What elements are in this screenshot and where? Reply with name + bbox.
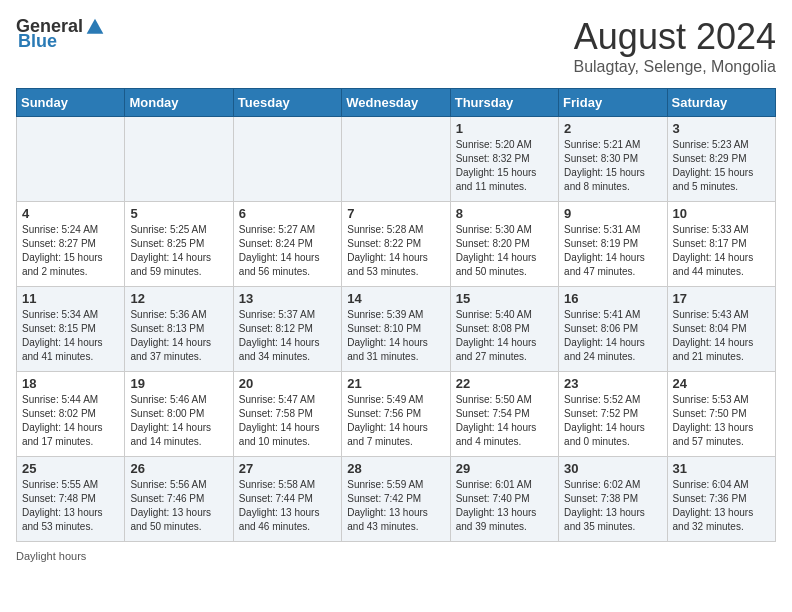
day-number: 30 (564, 461, 661, 476)
day-info: Sunrise: 5:34 AM Sunset: 8:15 PM Dayligh… (22, 308, 119, 364)
calendar-cell (125, 117, 233, 202)
day-number: 26 (130, 461, 227, 476)
day-number: 1 (456, 121, 553, 136)
calendar-cell: 9Sunrise: 5:31 AM Sunset: 8:19 PM Daylig… (559, 202, 667, 287)
day-number: 11 (22, 291, 119, 306)
day-number: 9 (564, 206, 661, 221)
calendar-cell: 5Sunrise: 5:25 AM Sunset: 8:25 PM Daylig… (125, 202, 233, 287)
calendar-cell: 31Sunrise: 6:04 AM Sunset: 7:36 PM Dayli… (667, 457, 775, 542)
calendar-week: 25Sunrise: 5:55 AM Sunset: 7:48 PM Dayli… (17, 457, 776, 542)
calendar-cell: 18Sunrise: 5:44 AM Sunset: 8:02 PM Dayli… (17, 372, 125, 457)
calendar-cell: 3Sunrise: 5:23 AM Sunset: 8:29 PM Daylig… (667, 117, 775, 202)
day-info: Sunrise: 5:50 AM Sunset: 7:54 PM Dayligh… (456, 393, 553, 449)
day-info: Sunrise: 5:47 AM Sunset: 7:58 PM Dayligh… (239, 393, 336, 449)
day-info: Sunrise: 5:30 AM Sunset: 8:20 PM Dayligh… (456, 223, 553, 279)
day-info: Sunrise: 6:01 AM Sunset: 7:40 PM Dayligh… (456, 478, 553, 534)
calendar-cell: 11Sunrise: 5:34 AM Sunset: 8:15 PM Dayli… (17, 287, 125, 372)
day-info: Sunrise: 5:52 AM Sunset: 7:52 PM Dayligh… (564, 393, 661, 449)
svg-marker-0 (87, 18, 104, 33)
calendar-cell: 19Sunrise: 5:46 AM Sunset: 8:00 PM Dayli… (125, 372, 233, 457)
calendar-table: SundayMondayTuesdayWednesdayThursdayFrid… (16, 88, 776, 542)
calendar-cell: 4Sunrise: 5:24 AM Sunset: 8:27 PM Daylig… (17, 202, 125, 287)
calendar-cell: 10Sunrise: 5:33 AM Sunset: 8:17 PM Dayli… (667, 202, 775, 287)
day-number: 8 (456, 206, 553, 221)
day-number: 28 (347, 461, 444, 476)
calendar-header: SundayMondayTuesdayWednesdayThursdayFrid… (17, 89, 776, 117)
calendar-body: 1Sunrise: 5:20 AM Sunset: 8:32 PM Daylig… (17, 117, 776, 542)
header-day: Wednesday (342, 89, 450, 117)
calendar-cell: 13Sunrise: 5:37 AM Sunset: 8:12 PM Dayli… (233, 287, 341, 372)
day-number: 12 (130, 291, 227, 306)
calendar-cell (342, 117, 450, 202)
day-info: Sunrise: 5:36 AM Sunset: 8:13 PM Dayligh… (130, 308, 227, 364)
calendar-cell: 8Sunrise: 5:30 AM Sunset: 8:20 PM Daylig… (450, 202, 558, 287)
day-info: Sunrise: 5:46 AM Sunset: 8:00 PM Dayligh… (130, 393, 227, 449)
logo-icon (85, 17, 105, 37)
calendar-cell: 16Sunrise: 5:41 AM Sunset: 8:06 PM Dayli… (559, 287, 667, 372)
day-info: Sunrise: 5:24 AM Sunset: 8:27 PM Dayligh… (22, 223, 119, 279)
month-year: August 2024 (573, 16, 776, 58)
day-number: 2 (564, 121, 661, 136)
calendar-week: 1Sunrise: 5:20 AM Sunset: 8:32 PM Daylig… (17, 117, 776, 202)
header-row: SundayMondayTuesdayWednesdayThursdayFrid… (17, 89, 776, 117)
calendar-cell: 1Sunrise: 5:20 AM Sunset: 8:32 PM Daylig… (450, 117, 558, 202)
day-number: 6 (239, 206, 336, 221)
day-info: Sunrise: 5:43 AM Sunset: 8:04 PM Dayligh… (673, 308, 770, 364)
header-day: Saturday (667, 89, 775, 117)
day-info: Sunrise: 5:37 AM Sunset: 8:12 PM Dayligh… (239, 308, 336, 364)
day-number: 15 (456, 291, 553, 306)
calendar-cell: 2Sunrise: 5:21 AM Sunset: 8:30 PM Daylig… (559, 117, 667, 202)
day-number: 16 (564, 291, 661, 306)
calendar-week: 4Sunrise: 5:24 AM Sunset: 8:27 PM Daylig… (17, 202, 776, 287)
day-info: Sunrise: 5:28 AM Sunset: 8:22 PM Dayligh… (347, 223, 444, 279)
calendar-cell: 30Sunrise: 6:02 AM Sunset: 7:38 PM Dayli… (559, 457, 667, 542)
header-day: Monday (125, 89, 233, 117)
header-day: Thursday (450, 89, 558, 117)
calendar-cell: 24Sunrise: 5:53 AM Sunset: 7:50 PM Dayli… (667, 372, 775, 457)
calendar-cell: 6Sunrise: 5:27 AM Sunset: 8:24 PM Daylig… (233, 202, 341, 287)
day-number: 10 (673, 206, 770, 221)
calendar-cell: 12Sunrise: 5:36 AM Sunset: 8:13 PM Dayli… (125, 287, 233, 372)
day-number: 19 (130, 376, 227, 391)
calendar-cell: 20Sunrise: 5:47 AM Sunset: 7:58 PM Dayli… (233, 372, 341, 457)
calendar-cell: 17Sunrise: 5:43 AM Sunset: 8:04 PM Dayli… (667, 287, 775, 372)
calendar-week: 18Sunrise: 5:44 AM Sunset: 8:02 PM Dayli… (17, 372, 776, 457)
title-area: August 2024 Bulagtay, Selenge, Mongolia (573, 16, 776, 76)
day-info: Sunrise: 5:31 AM Sunset: 8:19 PM Dayligh… (564, 223, 661, 279)
day-number: 23 (564, 376, 661, 391)
calendar-cell: 29Sunrise: 6:01 AM Sunset: 7:40 PM Dayli… (450, 457, 558, 542)
day-number: 4 (22, 206, 119, 221)
day-info: Sunrise: 5:23 AM Sunset: 8:29 PM Dayligh… (673, 138, 770, 194)
calendar-cell: 23Sunrise: 5:52 AM Sunset: 7:52 PM Dayli… (559, 372, 667, 457)
day-number: 7 (347, 206, 444, 221)
day-number: 5 (130, 206, 227, 221)
day-info: Sunrise: 5:56 AM Sunset: 7:46 PM Dayligh… (130, 478, 227, 534)
daylight-label: Daylight hours (16, 550, 86, 562)
calendar-cell: 21Sunrise: 5:49 AM Sunset: 7:56 PM Dayli… (342, 372, 450, 457)
day-info: Sunrise: 5:49 AM Sunset: 7:56 PM Dayligh… (347, 393, 444, 449)
day-number: 24 (673, 376, 770, 391)
day-number: 18 (22, 376, 119, 391)
calendar-cell: 27Sunrise: 5:58 AM Sunset: 7:44 PM Dayli… (233, 457, 341, 542)
day-number: 13 (239, 291, 336, 306)
calendar-week: 11Sunrise: 5:34 AM Sunset: 8:15 PM Dayli… (17, 287, 776, 372)
day-number: 27 (239, 461, 336, 476)
logo-blue: Blue (18, 31, 57, 52)
day-info: Sunrise: 6:04 AM Sunset: 7:36 PM Dayligh… (673, 478, 770, 534)
day-number: 31 (673, 461, 770, 476)
day-info: Sunrise: 5:33 AM Sunset: 8:17 PM Dayligh… (673, 223, 770, 279)
calendar-cell: 14Sunrise: 5:39 AM Sunset: 8:10 PM Dayli… (342, 287, 450, 372)
day-number: 21 (347, 376, 444, 391)
day-info: Sunrise: 5:21 AM Sunset: 8:30 PM Dayligh… (564, 138, 661, 194)
day-info: Sunrise: 5:41 AM Sunset: 8:06 PM Dayligh… (564, 308, 661, 364)
day-info: Sunrise: 5:39 AM Sunset: 8:10 PM Dayligh… (347, 308, 444, 364)
location: Bulagtay, Selenge, Mongolia (573, 58, 776, 76)
header: General Blue August 2024 Bulagtay, Selen… (16, 16, 776, 76)
day-info: Sunrise: 5:40 AM Sunset: 8:08 PM Dayligh… (456, 308, 553, 364)
footer-note: Daylight hours (16, 550, 776, 562)
day-info: Sunrise: 5:53 AM Sunset: 7:50 PM Dayligh… (673, 393, 770, 449)
day-info: Sunrise: 5:20 AM Sunset: 8:32 PM Dayligh… (456, 138, 553, 194)
day-number: 25 (22, 461, 119, 476)
calendar-cell: 15Sunrise: 5:40 AM Sunset: 8:08 PM Dayli… (450, 287, 558, 372)
day-number: 20 (239, 376, 336, 391)
